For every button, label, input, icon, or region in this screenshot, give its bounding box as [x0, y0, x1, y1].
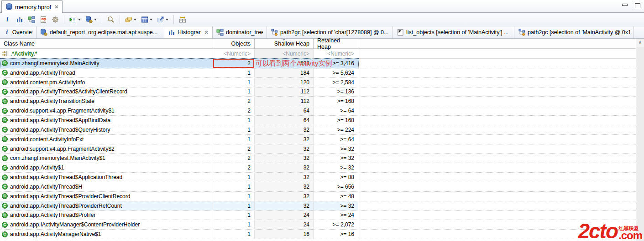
dropdown-icon[interactable] [166, 19, 168, 21]
dominator-tree-icon [216, 29, 224, 36]
dominator-tree-icon [28, 16, 35, 23]
info-icon [4, 16, 11, 23]
dropdown-icon[interactable] [150, 19, 152, 21]
tab-path2gc-char[interactable]: path2gc [selection of 'char[1278089] @ 0… [267, 26, 393, 38]
class-icon [2, 222, 8, 228]
table-row[interactable]: android.app.ActivityThread$ProviderClien… [0, 192, 636, 201]
close-icon[interactable]: ✕ [53, 4, 58, 10]
table-row[interactable]: android.app.ActivityThread$Profiler 1 24… [0, 211, 636, 220]
column-header-retained-heap[interactable]: Retained Heap [314, 39, 358, 48]
maximize-icon[interactable] [635, 3, 640, 8]
table-row[interactable]: android.app.ActivityThread$QueryHistory … [0, 125, 636, 135]
table-row[interactable]: com.zhangf.memorytest.MainActivity$1 2 3… [0, 154, 636, 163]
tab-default-report[interactable]: default_report org.eclipse.mat.api:suspe… [37, 26, 164, 38]
objects-value: 2 [213, 154, 255, 163]
retained-heap-value: >= 64 [314, 106, 358, 115]
objects-filter[interactable]: <Numeric> [213, 49, 255, 58]
shallow-heap-value: 32 [255, 201, 314, 210]
retained-heap-value: >= 168 [314, 97, 358, 106]
class-icon [2, 108, 8, 114]
table-row[interactable]: android.app.ActivityThread$ApplicationTh… [0, 173, 636, 182]
search-button[interactable] [106, 15, 116, 24]
objects-value: 2 [213, 144, 255, 154]
group-by-button[interactable] [124, 15, 138, 24]
table-row[interactable]: android.app.Activity$1 2 32 >= 32 [0, 163, 636, 173]
table-row[interactable]: android.support.v4.app.FragmentActivity$… [0, 106, 636, 116]
dominator-tree-button[interactable] [26, 15, 37, 24]
table-row[interactable]: android.content.pm.ActivityInfo 1 120 >=… [0, 78, 636, 87]
objects-value: 2 [213, 106, 255, 115]
column-header-objects[interactable]: Objects [213, 39, 255, 48]
gear-icon [52, 16, 59, 23]
table-row[interactable]: android.app.ActivityTransitionState 2 11… [0, 97, 636, 106]
table-row[interactable]: android.app.ActivityThread$ActivityClien… [0, 87, 636, 97]
minimize-icon[interactable] [622, 4, 628, 6]
row-filler [358, 106, 636, 115]
dropdown-icon[interactable] [78, 19, 81, 21]
retained-heap-value: >= 5,624 [314, 68, 358, 77]
row-filler [358, 78, 636, 87]
dropdown-icon[interactable] [94, 19, 97, 21]
class-icon [2, 89, 8, 95]
histogram-button[interactable] [15, 15, 25, 24]
table-row[interactable]: android.app.ActivityThread 1 184 >= 5,62… [0, 68, 636, 78]
class-icon [2, 165, 8, 171]
table-row[interactable]: android.app.ActivityManagerNative$1 1 16… [0, 230, 636, 239]
calculator-button[interactable] [140, 15, 154, 24]
row-filler [358, 192, 636, 201]
shallow-heap-value: 32 [255, 135, 314, 144]
objects-value: 1 [213, 230, 255, 239]
table-row[interactable]: com.zhangf.memorytest.MainActivity 2 528… [0, 59, 636, 68]
tab-dominator-tree[interactable]: dominator_tree [213, 26, 267, 38]
row-filler [358, 230, 636, 239]
tab-label: path2gc [selection of 'MainActivity @ 0x… [528, 29, 630, 36]
heap-actions-button[interactable] [84, 15, 98, 24]
tab-path2gc-mainactivity[interactable]: path2gc [selection of 'MainActivity @ 0x… [514, 26, 634, 38]
info-icon [4, 29, 10, 36]
table-row[interactable]: android.app.IActivityManager$ContentProv… [0, 220, 636, 230]
column-header-shallow-heap[interactable]: Shallow Heap [255, 39, 314, 48]
export-icon [157, 16, 164, 23]
class-icon [2, 184, 8, 190]
table-header: Class Name Objects Shallow Heap Retained… [0, 39, 636, 49]
tab-overview[interactable]: Overview [0, 26, 37, 38]
class-name-filter[interactable]: .*Activity.* [0, 49, 213, 58]
row-filler [358, 135, 636, 144]
class-icon [2, 193, 8, 199]
filter-row: .*Activity.* <Numeric> <Numeric> <Numeri… [0, 49, 636, 59]
table-row[interactable]: android.support.v4.app.FragmentActivity$… [0, 144, 636, 154]
oql-button[interactable]: OQL [38, 15, 48, 24]
objects-value: 1 [213, 135, 255, 144]
class-name-text: android.app.ActivityThread$ProviderRefCo… [10, 203, 122, 209]
compare-tables-button[interactable] [178, 15, 188, 24]
toolbar-separator [173, 15, 174, 24]
tab-histogram[interactable]: Histogram ✕ [164, 26, 213, 38]
column-header-class-name[interactable]: Class Name [0, 39, 213, 48]
customize-button[interactable] [50, 15, 60, 24]
dropdown-icon[interactable] [134, 19, 136, 21]
retained-heap-filter[interactable]: <Numeric> [314, 49, 358, 58]
table-row[interactable]: android.app.ActivityThread$H 1 32 >= 656 [0, 182, 636, 192]
table-row[interactable]: android.content.ActivityInfoExt 1 32 >= … [0, 135, 636, 144]
filter-icon [2, 50, 9, 57]
editor-tab-memory-hprof[interactable]: memory.hprof ✕ [1, 0, 63, 13]
toolbar-separator [120, 15, 120, 24]
shallow-heap-value: 32 [255, 154, 314, 163]
vertical-scrollbar[interactable]: ∧ [636, 39, 644, 241]
execute-query-button[interactable] [68, 15, 82, 24]
export-button[interactable] [156, 15, 170, 24]
class-icon [2, 174, 8, 180]
tab-list-objects[interactable]: list_objects [selection of 'MainActivity… [393, 26, 514, 38]
close-icon[interactable]: ✕ [204, 30, 209, 36]
class-icon [2, 98, 8, 104]
scroll-up-icon[interactable]: ∧ [636, 39, 644, 47]
shallow-heap-filter[interactable]: <Numeric> [255, 49, 314, 58]
svg-text:OQL: OQL [42, 18, 47, 21]
table-row[interactable]: android.app.ActivityThread$ProviderRefCo… [0, 201, 636, 211]
class-name-text: android.app.ActivityThread$AppBindData [10, 117, 110, 123]
objects-value: 1 [213, 192, 255, 201]
class-icon [2, 231, 8, 237]
table-row[interactable]: android.app.ActivityThread$AppBindData 1… [0, 116, 636, 125]
class-icon [2, 203, 8, 209]
info-button[interactable] [3, 15, 13, 24]
